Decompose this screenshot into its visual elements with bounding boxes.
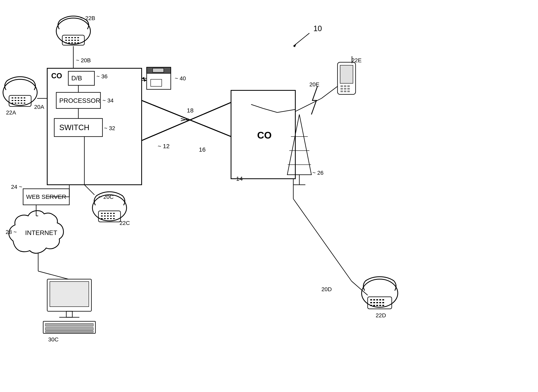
svg-rect-18 — [74, 42, 76, 43]
svg-rect-29 — [21, 100, 22, 101]
svg-rect-15 — [65, 42, 67, 43]
svg-rect-58 — [107, 218, 109, 219]
svg-rect-8 — [74, 37, 76, 38]
svg-rect-27 — [15, 100, 16, 101]
svg-rect-26 — [12, 100, 13, 101]
ref-20a-label: 20A — [34, 104, 44, 110]
svg-line-113 — [251, 104, 263, 108]
svg-rect-5 — [65, 37, 67, 38]
processor-label: PROCESSOR — [59, 97, 100, 104]
ref-34-label: ~ 34 — [103, 97, 113, 104]
svg-rect-7 — [71, 37, 73, 38]
svg-rect-13 — [74, 40, 76, 41]
ref-16-label: 16 — [199, 146, 206, 153]
svg-rect-85 — [341, 85, 343, 87]
diagram-container: 10 CO D/B ~ 36 PROCESSOR ~ 34 SWITCH ~ 3… — [0, 0, 538, 392]
svg-rect-110 — [382, 305, 384, 306]
svg-rect-53 — [107, 215, 109, 216]
svg-rect-74 — [45, 327, 94, 330]
svg-rect-25 — [24, 97, 25, 98]
ref-20c-label: ~ 20C — [98, 194, 114, 200]
svg-rect-34 — [21, 103, 22, 104]
svg-rect-73 — [45, 323, 94, 326]
svg-rect-84 — [340, 65, 353, 83]
line-18 — [142, 100, 231, 136]
svg-marker-42 — [144, 79, 147, 82]
ref-20d-label: 20D — [321, 286, 332, 292]
svg-rect-19 — [77, 42, 79, 43]
cell-tower — [287, 114, 311, 175]
svg-line-77 — [38, 271, 68, 279]
svg-rect-70 — [50, 282, 89, 307]
co-left-label: CO — [51, 72, 62, 80]
ref-40-label: ~ 40 — [175, 75, 186, 82]
svg-rect-97 — [373, 299, 375, 300]
line-12 — [142, 103, 231, 140]
svg-rect-93 — [347, 91, 350, 92]
svg-rect-59 — [110, 218, 112, 219]
svg-rect-101 — [370, 302, 372, 303]
ref-26-label: ~ 26 — [312, 170, 323, 176]
svg-rect-51 — [101, 215, 103, 216]
svg-rect-96 — [370, 299, 372, 300]
svg-rect-87 — [347, 85, 350, 87]
svg-rect-9 — [77, 37, 79, 38]
svg-rect-109 — [379, 305, 381, 306]
svg-rect-86 — [344, 85, 346, 87]
svg-rect-37 — [153, 68, 164, 72]
svg-rect-10 — [65, 40, 67, 41]
svg-rect-99 — [379, 299, 381, 300]
svg-rect-102 — [373, 302, 375, 303]
svg-rect-75 — [45, 331, 94, 332]
svg-rect-88 — [341, 88, 343, 89]
svg-rect-28 — [18, 100, 19, 101]
svg-rect-91 — [341, 91, 343, 92]
ref-10-label: 10 — [313, 24, 322, 33]
db-label: D/B — [71, 75, 82, 82]
ref-22c-label: 22C — [120, 220, 130, 226]
ref-24-label: 24 ~ — [11, 184, 22, 190]
svg-line-61 — [84, 185, 94, 195]
svg-line-0 — [293, 33, 309, 46]
ref-20b-label: ~ 20B — [76, 57, 91, 63]
svg-rect-103 — [376, 302, 378, 303]
svg-rect-31 — [12, 103, 13, 104]
svg-rect-54 — [110, 215, 112, 216]
svg-rect-46 — [101, 213, 103, 214]
svg-line-118 — [321, 86, 337, 98]
svg-rect-52 — [104, 215, 106, 216]
svg-rect-60 — [113, 218, 115, 219]
svg-rect-23 — [18, 97, 19, 98]
svg-rect-16 — [68, 42, 70, 43]
svg-rect-22 — [15, 97, 16, 98]
svg-line-115 — [293, 199, 351, 281]
svg-rect-92 — [344, 91, 346, 92]
svg-line-112 — [263, 108, 277, 112]
svg-rect-100 — [382, 299, 384, 300]
svg-line-111 — [277, 109, 295, 112]
svg-rect-55 — [113, 215, 115, 216]
svg-rect-57 — [104, 218, 106, 219]
svg-rect-48 — [107, 213, 109, 214]
svg-rect-89 — [344, 88, 346, 89]
switch-label: SWITCH — [59, 123, 89, 132]
wireless-signal-20e — [311, 86, 318, 114]
svg-rect-11 — [68, 40, 70, 41]
ref-32-label: ~ 32 — [104, 125, 115, 131]
svg-rect-32 — [15, 103, 16, 104]
svg-rect-6 — [68, 37, 70, 38]
phone-22a-body — [3, 79, 37, 105]
phone-22b-body — [56, 18, 90, 44]
svg-rect-98 — [376, 299, 378, 300]
ref-22e-label: 22E — [351, 57, 362, 63]
internet-label: INTERNET — [25, 229, 57, 236]
svg-rect-47 — [104, 213, 106, 214]
svg-rect-33 — [18, 103, 19, 104]
ref-22a-label: 22A — [6, 109, 16, 116]
svg-rect-105 — [382, 302, 384, 303]
ref-22d-label: 22D — [376, 312, 386, 318]
svg-line-117 — [295, 98, 321, 112]
svg-rect-56 — [101, 218, 103, 219]
svg-rect-12 — [71, 40, 73, 41]
ref-12-label: ~ 12 — [158, 143, 169, 149]
